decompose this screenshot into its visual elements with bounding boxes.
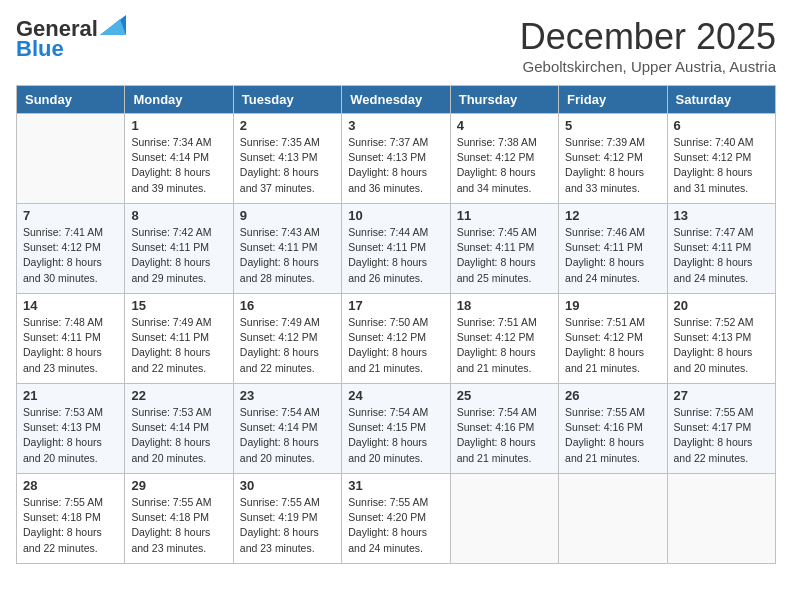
- sunrise-text: Sunrise: 7:38 AM: [457, 136, 537, 148]
- calendar-cell-w5-d2: 29Sunrise: 7:55 AMSunset: 4:18 PMDayligh…: [125, 474, 233, 564]
- calendar-cell-w1-d3: 2Sunrise: 7:35 AMSunset: 4:13 PMDaylight…: [233, 114, 341, 204]
- daylight-text: Daylight: 8 hoursand 20 minutes.: [348, 436, 427, 463]
- sunset-text: Sunset: 4:11 PM: [23, 331, 101, 343]
- sunset-text: Sunset: 4:12 PM: [565, 331, 643, 343]
- calendar-cell-w5-d7: [667, 474, 775, 564]
- sunrise-text: Sunrise: 7:44 AM: [348, 226, 428, 238]
- sunrise-text: Sunrise: 7:34 AM: [131, 136, 211, 148]
- day-number: 6: [674, 118, 769, 133]
- daylight-text: Daylight: 8 hoursand 21 minutes.: [457, 436, 536, 463]
- day-info: Sunrise: 7:44 AMSunset: 4:11 PMDaylight:…: [348, 225, 443, 286]
- sunset-text: Sunset: 4:14 PM: [131, 421, 209, 433]
- sunset-text: Sunset: 4:11 PM: [131, 241, 209, 253]
- sunset-text: Sunset: 4:19 PM: [240, 511, 318, 523]
- daylight-text: Daylight: 8 hoursand 28 minutes.: [240, 256, 319, 283]
- month-title: December 2025: [520, 16, 776, 58]
- sunrise-text: Sunrise: 7:43 AM: [240, 226, 320, 238]
- day-info: Sunrise: 7:49 AMSunset: 4:11 PMDaylight:…: [131, 315, 226, 376]
- calendar-cell-w2-d5: 11Sunrise: 7:45 AMSunset: 4:11 PMDayligh…: [450, 204, 558, 294]
- daylight-text: Daylight: 8 hoursand 20 minutes.: [674, 346, 753, 373]
- calendar-cell-w3-d2: 15Sunrise: 7:49 AMSunset: 4:11 PMDayligh…: [125, 294, 233, 384]
- sunset-text: Sunset: 4:11 PM: [565, 241, 643, 253]
- day-number: 12: [565, 208, 660, 223]
- calendar-cell-w3-d1: 14Sunrise: 7:48 AMSunset: 4:11 PMDayligh…: [17, 294, 125, 384]
- sunset-text: Sunset: 4:11 PM: [674, 241, 752, 253]
- day-info: Sunrise: 7:55 AMSunset: 4:20 PMDaylight:…: [348, 495, 443, 556]
- calendar-week-2: 7Sunrise: 7:41 AMSunset: 4:12 PMDaylight…: [17, 204, 776, 294]
- daylight-text: Daylight: 8 hoursand 33 minutes.: [565, 166, 644, 193]
- day-info: Sunrise: 7:54 AMSunset: 4:15 PMDaylight:…: [348, 405, 443, 466]
- day-number: 4: [457, 118, 552, 133]
- calendar-cell-w4-d1: 21Sunrise: 7:53 AMSunset: 4:13 PMDayligh…: [17, 384, 125, 474]
- day-info: Sunrise: 7:54 AMSunset: 4:14 PMDaylight:…: [240, 405, 335, 466]
- day-info: Sunrise: 7:51 AMSunset: 4:12 PMDaylight:…: [565, 315, 660, 376]
- day-number: 7: [23, 208, 118, 223]
- sunrise-text: Sunrise: 7:46 AM: [565, 226, 645, 238]
- day-number: 27: [674, 388, 769, 403]
- sunset-text: Sunset: 4:12 PM: [565, 151, 643, 163]
- day-number: 16: [240, 298, 335, 313]
- calendar-cell-w1-d1: [17, 114, 125, 204]
- calendar-cell-w2-d3: 9Sunrise: 7:43 AMSunset: 4:11 PMDaylight…: [233, 204, 341, 294]
- sunset-text: Sunset: 4:20 PM: [348, 511, 426, 523]
- day-number: 14: [23, 298, 118, 313]
- sunset-text: Sunset: 4:11 PM: [131, 331, 209, 343]
- daylight-text: Daylight: 8 hoursand 20 minutes.: [23, 436, 102, 463]
- sunset-text: Sunset: 4:14 PM: [240, 421, 318, 433]
- day-info: Sunrise: 7:47 AMSunset: 4:11 PMDaylight:…: [674, 225, 769, 286]
- sunrise-text: Sunrise: 7:53 AM: [23, 406, 103, 418]
- sunrise-text: Sunrise: 7:49 AM: [240, 316, 320, 328]
- logo: General Blue: [16, 16, 126, 62]
- header-sunday: Sunday: [17, 86, 125, 114]
- sunrise-text: Sunrise: 7:51 AM: [565, 316, 645, 328]
- day-info: Sunrise: 7:41 AMSunset: 4:12 PMDaylight:…: [23, 225, 118, 286]
- day-info: Sunrise: 7:48 AMSunset: 4:11 PMDaylight:…: [23, 315, 118, 376]
- calendar-table: Sunday Monday Tuesday Wednesday Thursday…: [16, 85, 776, 564]
- daylight-text: Daylight: 8 hoursand 31 minutes.: [674, 166, 753, 193]
- daylight-text: Daylight: 8 hoursand 22 minutes.: [23, 526, 102, 553]
- header-tuesday: Tuesday: [233, 86, 341, 114]
- sunset-text: Sunset: 4:16 PM: [457, 421, 535, 433]
- calendar-cell-w5-d1: 28Sunrise: 7:55 AMSunset: 4:18 PMDayligh…: [17, 474, 125, 564]
- sunrise-text: Sunrise: 7:47 AM: [674, 226, 754, 238]
- daylight-text: Daylight: 8 hoursand 23 minutes.: [240, 526, 319, 553]
- logo-icon: [100, 15, 126, 35]
- day-number: 23: [240, 388, 335, 403]
- location: Geboltskirchen, Upper Austria, Austria: [520, 58, 776, 75]
- sunset-text: Sunset: 4:12 PM: [457, 331, 535, 343]
- header-saturday: Saturday: [667, 86, 775, 114]
- daylight-text: Daylight: 8 hoursand 21 minutes.: [348, 346, 427, 373]
- header-friday: Friday: [559, 86, 667, 114]
- day-number: 10: [348, 208, 443, 223]
- title-block: December 2025 Geboltskirchen, Upper Aust…: [520, 16, 776, 75]
- day-info: Sunrise: 7:46 AMSunset: 4:11 PMDaylight:…: [565, 225, 660, 286]
- sunrise-text: Sunrise: 7:45 AM: [457, 226, 537, 238]
- daylight-text: Daylight: 8 hoursand 24 minutes.: [565, 256, 644, 283]
- sunset-text: Sunset: 4:18 PM: [131, 511, 209, 523]
- daylight-text: Daylight: 8 hoursand 34 minutes.: [457, 166, 536, 193]
- sunset-text: Sunset: 4:14 PM: [131, 151, 209, 163]
- sunrise-text: Sunrise: 7:42 AM: [131, 226, 211, 238]
- calendar-week-3: 14Sunrise: 7:48 AMSunset: 4:11 PMDayligh…: [17, 294, 776, 384]
- sunrise-text: Sunrise: 7:53 AM: [131, 406, 211, 418]
- day-info: Sunrise: 7:34 AMSunset: 4:14 PMDaylight:…: [131, 135, 226, 196]
- calendar-cell-w1-d6: 5Sunrise: 7:39 AMSunset: 4:12 PMDaylight…: [559, 114, 667, 204]
- calendar-header-row: Sunday Monday Tuesday Wednesday Thursday…: [17, 86, 776, 114]
- daylight-text: Daylight: 8 hoursand 29 minutes.: [131, 256, 210, 283]
- daylight-text: Daylight: 8 hoursand 25 minutes.: [457, 256, 536, 283]
- day-info: Sunrise: 7:53 AMSunset: 4:14 PMDaylight:…: [131, 405, 226, 466]
- sunset-text: Sunset: 4:13 PM: [348, 151, 426, 163]
- sunrise-text: Sunrise: 7:52 AM: [674, 316, 754, 328]
- sunrise-text: Sunrise: 7:55 AM: [565, 406, 645, 418]
- day-number: 5: [565, 118, 660, 133]
- sunset-text: Sunset: 4:12 PM: [23, 241, 101, 253]
- sunrise-text: Sunrise: 7:54 AM: [240, 406, 320, 418]
- calendar-week-5: 28Sunrise: 7:55 AMSunset: 4:18 PMDayligh…: [17, 474, 776, 564]
- daylight-text: Daylight: 8 hoursand 36 minutes.: [348, 166, 427, 193]
- calendar-cell-w4-d7: 27Sunrise: 7:55 AMSunset: 4:17 PMDayligh…: [667, 384, 775, 474]
- calendar-cell-w3-d5: 18Sunrise: 7:51 AMSunset: 4:12 PMDayligh…: [450, 294, 558, 384]
- sunrise-text: Sunrise: 7:55 AM: [240, 496, 320, 508]
- daylight-text: Daylight: 8 hoursand 20 minutes.: [240, 436, 319, 463]
- page-header: General Blue December 2025 Geboltskirche…: [16, 16, 776, 75]
- calendar-cell-w1-d2: 1Sunrise: 7:34 AMSunset: 4:14 PMDaylight…: [125, 114, 233, 204]
